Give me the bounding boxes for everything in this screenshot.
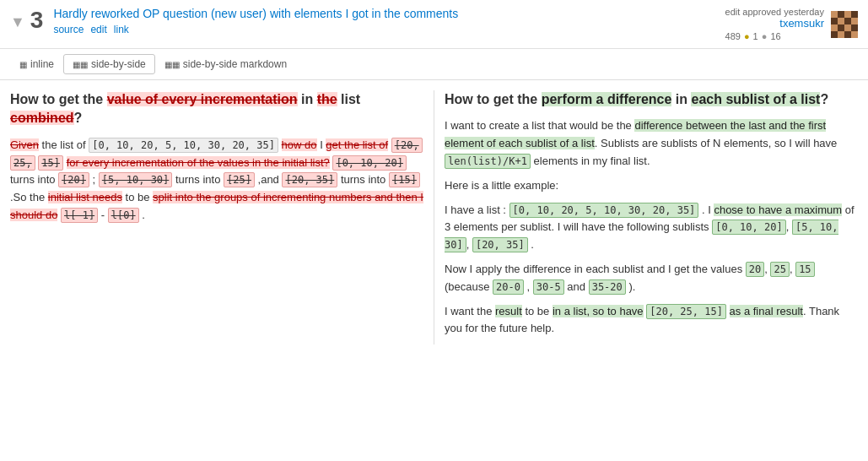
code-del-010: [0, 10, 20] bbox=[332, 155, 406, 171]
code-del-25: 25, bbox=[10, 155, 35, 171]
right-para-1: I want to create a list that would be th… bbox=[445, 117, 858, 170]
left-content: How to get the value of every incrementa… bbox=[10, 90, 423, 225]
code-del-lm1: l[-1] bbox=[61, 208, 98, 223]
inline-icon: ▦ bbox=[19, 60, 27, 69]
code-ins-35-20: 35-20 bbox=[589, 279, 626, 295]
source-link[interactable]: source bbox=[53, 24, 84, 35]
code-del-25b: [25] bbox=[224, 172, 255, 187]
svg-rect-7 bbox=[844, 18, 851, 24]
svg-rect-8 bbox=[851, 18, 858, 24]
ins-difference: difference between the last and the firs… bbox=[445, 119, 826, 149]
del-howdo: how do bbox=[282, 138, 317, 151]
header-right: edit approved yesterday txemsukr 489 ● 1… bbox=[725, 7, 858, 41]
tab-side-by-side[interactable]: ▦▦ side-by-side bbox=[63, 54, 155, 74]
del-getlist: get the list of bbox=[326, 138, 388, 151]
right-content: How to get the perform a difference in e… bbox=[445, 90, 858, 338]
ins-asafinal: as a final result bbox=[730, 305, 803, 317]
gold-badge: ● bbox=[744, 31, 750, 41]
rep-count: 489 bbox=[725, 31, 741, 41]
left-pane: How to get the value of every incrementa… bbox=[10, 90, 434, 344]
user-info: edit approved yesterday txemsukr 489 ● 1… bbox=[725, 7, 824, 41]
edit-title: Hardly reworked OP question (new user) w… bbox=[53, 7, 458, 20]
code-ins-finallist: [20, 25, 15] bbox=[646, 304, 726, 319]
svg-rect-16 bbox=[851, 31, 858, 38]
right-title: How to get the perform a difference in e… bbox=[445, 90, 858, 109]
code-del-2035: [20, 35] bbox=[282, 172, 337, 187]
header-left: ▼ 3 Hardly reworked OP question (new use… bbox=[10, 7, 458, 35]
ins-inalist: in a list, so to have bbox=[553, 305, 644, 317]
tab-markdown[interactable]: ▦▦ side-by-side markdown bbox=[155, 54, 296, 74]
del-initial: initial list needs bbox=[48, 191, 122, 203]
del-the: the bbox=[317, 92, 337, 106]
svg-rect-12 bbox=[851, 24, 858, 31]
title-actions[interactable]: source edit link bbox=[53, 24, 458, 35]
vote-count: ▼ 3 bbox=[10, 7, 43, 34]
code-ins-len: len(list)/K+1 bbox=[445, 154, 531, 169]
diff-container: How to get the value of every incrementa… bbox=[0, 80, 868, 355]
code-ins-25: 25 bbox=[770, 262, 789, 277]
right-para-4: Now I apply the difference in each subli… bbox=[445, 261, 858, 296]
code-del-l0: l[0] bbox=[108, 208, 139, 223]
tab-side-by-side-label: side-by-side bbox=[91, 58, 146, 70]
del-combined: combined bbox=[10, 111, 74, 125]
tabs-bar: ▦ inline ▦▦ side-by-side ▦▦ side-by-side… bbox=[0, 49, 868, 80]
side-by-side-icon: ▦▦ bbox=[73, 60, 88, 69]
left-title: How to get the value of every incrementa… bbox=[10, 90, 423, 128]
edit-link[interactable]: edit bbox=[90, 24, 106, 35]
code-del-20: [20, bbox=[391, 138, 423, 153]
code-ins-mainlist: [0, 10, 20, 5, 10, 30, 20, 35] bbox=[509, 203, 699, 218]
username[interactable]: txemsukr bbox=[725, 17, 824, 30]
code-del-51030: [5, 10, 30] bbox=[99, 172, 172, 187]
avatar bbox=[831, 11, 858, 38]
svg-rect-15 bbox=[844, 31, 851, 38]
vote-arrow: ▼ bbox=[10, 14, 25, 31]
page-container: ▼ 3 Hardly reworked OP question (new use… bbox=[0, 0, 868, 461]
vote-number: 3 bbox=[30, 7, 44, 34]
right-para-5: I want the result to be in a list, so to… bbox=[445, 303, 858, 339]
del-value: value of every incrementation bbox=[107, 92, 298, 106]
svg-rect-9 bbox=[831, 24, 838, 31]
rep-badges: 489 ● 1 ● 16 bbox=[725, 31, 824, 41]
svg-rect-13 bbox=[831, 31, 838, 38]
svg-rect-1 bbox=[831, 11, 838, 18]
link-link[interactable]: link bbox=[114, 24, 129, 35]
svg-rect-3 bbox=[844, 11, 851, 18]
tab-markdown-label: side-by-side markdown bbox=[183, 58, 287, 70]
silver-badge: ● bbox=[762, 31, 768, 41]
code-ins-15: 15 bbox=[795, 262, 814, 277]
code-del-20b: [20] bbox=[58, 172, 89, 187]
code-del-15b: [15] bbox=[389, 172, 420, 187]
svg-rect-11 bbox=[844, 24, 851, 31]
svg-rect-5 bbox=[831, 18, 838, 24]
svg-rect-14 bbox=[838, 31, 844, 38]
edit-approval: edit approved yesterday bbox=[725, 7, 824, 17]
code-ins-sub1: [0, 10, 20] bbox=[712, 220, 785, 235]
left-para-1: Given the list of [0, 10, 20, 5, 10, 30,… bbox=[10, 137, 423, 225]
edit-header: ▼ 3 Hardly reworked OP question (new use… bbox=[0, 0, 868, 49]
code-ins-20-0: 20-0 bbox=[493, 279, 524, 295]
ins-chose: chose to have a maximum bbox=[714, 203, 842, 216]
code-del-15: 15] bbox=[38, 155, 63, 171]
code-ins-30-5: 30-5 bbox=[533, 279, 564, 295]
svg-rect-10 bbox=[838, 24, 844, 31]
title-section: Hardly reworked OP question (new user) w… bbox=[53, 7, 458, 35]
svg-rect-2 bbox=[838, 11, 844, 18]
tab-inline-label: inline bbox=[30, 58, 54, 70]
svg-rect-4 bbox=[851, 11, 858, 18]
ins-perform: perform a difference bbox=[542, 92, 672, 106]
code-ins-20: 20 bbox=[746, 262, 764, 277]
tab-inline[interactable]: ▦ inline bbox=[10, 54, 63, 74]
code-ins-sub3: [20, 35] bbox=[472, 237, 528, 252]
svg-rect-6 bbox=[838, 18, 844, 24]
ins-result: result bbox=[495, 305, 522, 317]
right-para-3: I have a list : [0, 10, 20, 5, 10, 30, 2… bbox=[445, 202, 858, 254]
right-pane: How to get the perform a difference in e… bbox=[434, 90, 858, 344]
del-given: Given bbox=[10, 138, 39, 151]
code-list1: [0, 10, 20, 5, 10, 30, 20, 35] bbox=[89, 138, 278, 153]
ins-each: each sublist of a list bbox=[691, 92, 820, 106]
markdown-icon: ▦▦ bbox=[164, 60, 180, 69]
right-para-2: Here is a little example: bbox=[445, 177, 858, 195]
del-forevery: for every incrementation of the values i… bbox=[67, 156, 330, 169]
